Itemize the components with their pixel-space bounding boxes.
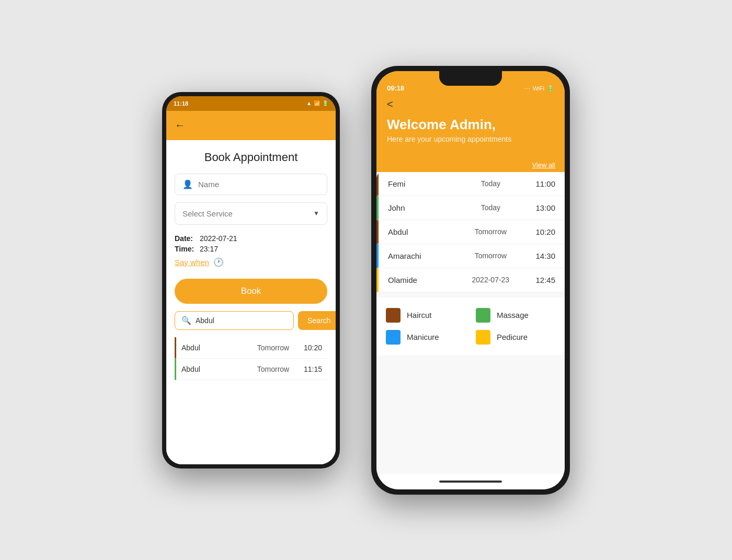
android-header: ← xyxy=(166,111,336,140)
say-when-row: Say when 🕐 xyxy=(175,257,327,267)
appt-time: 11:00 xyxy=(529,179,555,188)
pedicure-color xyxy=(476,330,490,345)
android-time: 11:18 xyxy=(174,100,188,107)
result-day: Tomorrow xyxy=(243,365,304,373)
time-value: 23:17 xyxy=(200,245,218,253)
name-input-wrap: 👤 xyxy=(175,174,327,195)
appt-time: 10:20 xyxy=(529,227,555,236)
haircut-color xyxy=(386,308,401,323)
search-input[interactable] xyxy=(196,316,287,325)
chevron-down-icon: ▼ xyxy=(313,210,319,217)
pedicure-label: Pedicure xyxy=(497,333,528,341)
welcome-subtitle: Here are your upcoming appointments xyxy=(387,135,554,143)
search-icon: 🔍 xyxy=(181,316,191,325)
appt-date: Tomorrow xyxy=(452,227,529,236)
time-label: Time: xyxy=(175,245,196,253)
phone-iphone: 09:18 ···· WiFi 🔋 < Welcome Admin, Here … xyxy=(371,66,570,495)
appointment-row: Olamide 2022-07-23 12:45 xyxy=(376,268,565,292)
battery-icon: 🔋 xyxy=(322,100,328,106)
appt-time: 13:00 xyxy=(529,203,555,212)
massage-color xyxy=(476,308,490,323)
legend-haircut: Haircut xyxy=(386,308,465,323)
datetime-section: Date: 2022-07-21 Time: 23:17 Say when 🕐 xyxy=(175,232,327,269)
iphone-time: 09:18 xyxy=(387,84,404,92)
appt-name: Olamide xyxy=(388,276,452,284)
appt-date: Today xyxy=(452,203,529,212)
appt-date: Tomorrow xyxy=(452,252,529,260)
search-row: 🔍 Search xyxy=(175,311,327,330)
person-icon: 👤 xyxy=(182,179,193,189)
appt-name: Amarachi xyxy=(388,252,452,260)
iphone-header: < Welcome Admin, Here are your upcoming … xyxy=(376,94,565,156)
home-bar xyxy=(439,481,502,483)
appt-date: Today xyxy=(452,179,529,188)
date-row: Date: 2022-07-21 xyxy=(175,234,327,243)
date-label: Date: xyxy=(175,234,196,243)
appt-name: John xyxy=(388,203,452,212)
appt-name: Femi xyxy=(388,179,452,188)
clock-icon: 🕐 xyxy=(213,257,224,267)
legend-section: Haircut Massage Manicure Pedicure xyxy=(376,298,565,355)
android-status-icons: ▲ 📶 🔋 xyxy=(306,100,328,106)
legend-massage: Massage xyxy=(476,308,555,323)
signal-dots-icon: ···· xyxy=(524,85,530,92)
phone-android: 11:18 ▲ 📶 🔋 ← Book Appointment 👤 Select … xyxy=(162,92,340,468)
result-time: 11:15 xyxy=(304,365,322,373)
notch xyxy=(439,71,502,86)
appt-date: 2022-07-23 xyxy=(452,276,529,284)
android-status-bar: 11:18 ▲ 📶 🔋 xyxy=(166,96,336,111)
signal-icon: ▲ xyxy=(306,100,312,106)
appt-time: 14:30 xyxy=(529,252,555,260)
appointment-row: Amarachi Tomorrow 14:30 xyxy=(376,244,565,268)
result-name: Abdul xyxy=(181,365,243,373)
android-content: Book Appointment 👤 Select Service ▼ Date… xyxy=(166,140,336,464)
appointment-row: Femi Today 11:00 xyxy=(376,172,565,196)
wifi-icon: WiFi xyxy=(533,85,544,92)
massage-label: Massage xyxy=(497,311,529,319)
time-row: Time: 23:17 xyxy=(175,245,327,253)
appointments-list: Femi Today 11:00 John Today 13:00 Abdul … xyxy=(376,172,565,292)
iphone-content: View all Femi Today 11:00 John Today 13:… xyxy=(376,156,565,474)
appt-time: 12:45 xyxy=(529,276,555,284)
result-row: Abdul Tomorrow 10:20 xyxy=(175,337,327,359)
say-when-link[interactable]: Say when xyxy=(175,258,209,267)
back-button[interactable]: < xyxy=(387,98,554,110)
home-indicator xyxy=(376,474,565,489)
legend-manicure: Manicure xyxy=(386,330,465,345)
appointment-row: John Today 13:00 xyxy=(376,196,565,220)
appointment-row: Abdul Tomorrow 10:20 xyxy=(376,220,565,244)
result-row: Abdul Tomorrow 11:15 xyxy=(175,359,327,380)
view-all-row: View all xyxy=(376,156,565,172)
name-input[interactable] xyxy=(198,180,319,189)
result-name: Abdul xyxy=(181,344,243,352)
iphone-status-icons: ···· WiFi 🔋 xyxy=(524,85,554,92)
view-all-link[interactable]: View all xyxy=(532,161,555,169)
wifi-icon: 📶 xyxy=(314,100,320,106)
date-value: 2022-07-21 xyxy=(200,234,237,243)
book-button[interactable]: Book xyxy=(175,279,327,304)
battery-icon: 🔋 xyxy=(547,85,554,92)
result-time: 10:20 xyxy=(304,344,322,352)
manicure-label: Manicure xyxy=(407,333,439,341)
legend-pedicure: Pedicure xyxy=(476,330,555,345)
select-service[interactable]: Select Service ▼ xyxy=(175,202,327,225)
page-title: Book Appointment xyxy=(175,151,327,164)
iphone-status-bar: 09:18 ···· WiFi 🔋 xyxy=(376,71,565,94)
welcome-title: Welcome Admin, xyxy=(387,117,554,133)
back-button[interactable]: ← xyxy=(175,119,185,131)
search-results: Abdul Tomorrow 10:20 Abdul Tomorrow 11:1… xyxy=(175,337,327,380)
result-day: Tomorrow xyxy=(243,344,304,352)
haircut-label: Haircut xyxy=(407,311,432,319)
manicure-color xyxy=(386,330,401,345)
search-button[interactable]: Search xyxy=(298,311,336,330)
search-input-wrap: 🔍 xyxy=(175,311,294,330)
appt-name: Abdul xyxy=(388,227,452,236)
select-service-label: Select Service xyxy=(182,209,233,218)
